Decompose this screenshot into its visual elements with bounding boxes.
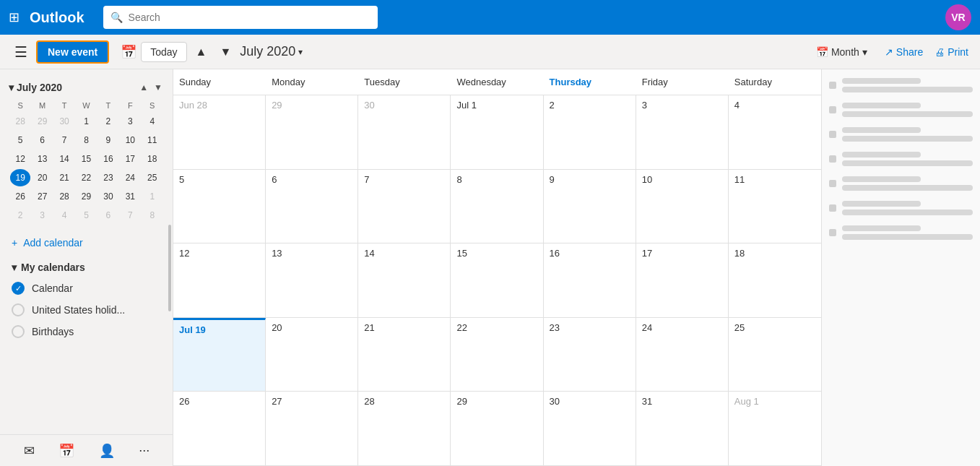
calendar-nav-button[interactable]: 📅 [54,439,79,463]
mini-cal-day[interactable]: 23 [98,169,118,186]
print-button[interactable]: 🖨 Print [935,46,968,58]
cal-cell[interactable]: 22 [451,318,543,392]
cal-cell[interactable]: 26 [173,392,266,465]
mini-cal-day[interactable]: 6 [98,207,118,224]
calendar-checkbox[interactable] [12,282,25,295]
mini-cal-day[interactable]: 21 [54,169,74,186]
mini-cal-day[interactable]: 7 [54,131,74,149]
mini-cal-day[interactable]: 14 [54,150,74,168]
view-button[interactable]: 📅 Month ▾ [810,43,873,61]
mini-cal-day[interactable]: 5 [76,207,96,224]
mini-cal-day[interactable]: 29 [32,113,52,130]
cal-cell[interactable]: 16 [544,243,636,317]
my-calendars-header[interactable]: ▾ My calendars [0,257,173,277]
cal-cell[interactable]: 23 [544,318,636,392]
cal-cell[interactable]: 28 [358,392,451,465]
mini-cal-day[interactable]: 19 [10,169,30,186]
cal-cell[interactable]: 30 [544,392,636,465]
cal-cell[interactable]: 24 [636,318,729,392]
people-nav-button[interactable]: 👤 [95,439,119,463]
avatar[interactable]: VR [945,4,971,30]
new-event-button[interactable]: New event [36,40,109,64]
mini-cal-day[interactable]: 9 [98,131,118,149]
mini-cal-day[interactable]: 1 [76,113,96,130]
mini-cal-day[interactable]: 1 [142,188,162,205]
mini-cal-day[interactable]: 2 [10,207,30,224]
today-button[interactable]: Today [141,42,186,62]
current-month-label[interactable]: July 2020 ▾ [240,44,303,59]
cal-cell[interactable]: 21 [358,318,451,392]
cal-cell[interactable]: Aug 1 [729,392,821,465]
mini-cal-day[interactable]: 13 [32,150,52,168]
add-calendar-button[interactable]: + Add calendar [0,231,173,254]
mini-cal-day[interactable]: 8 [142,207,162,224]
cal-cell[interactable]: 12 [173,243,266,317]
apps-icon[interactable]: ⊞ [9,9,19,25]
cal-cell[interactable]: Jul 19 [173,318,266,392]
mini-cal-day[interactable]: 8 [76,131,96,149]
mini-cal-day[interactable]: 10 [120,131,140,149]
mini-cal-day[interactable]: 16 [98,150,118,168]
cal-cell[interactable]: 20 [266,318,358,392]
mini-cal-day[interactable]: 26 [10,188,30,205]
sidebar-scrollbar[interactable] [168,225,171,311]
mini-cal-day[interactable]: 12 [10,150,30,168]
mail-nav-button[interactable]: ✉ [19,439,39,463]
mini-cal-day[interactable]: 15 [76,150,96,168]
cal-cell[interactable]: 10 [636,170,729,243]
cal-cell[interactable]: 8 [451,170,543,243]
hamburger-button[interactable]: ☰ [12,40,30,64]
mini-cal-day[interactable]: 20 [32,169,52,186]
cal-cell[interactable]: 9 [544,170,636,243]
mini-cal-day[interactable]: 18 [142,150,162,168]
cal-cell[interactable]: 11 [729,170,821,243]
more-nav-button[interactable]: ··· [134,439,154,462]
cal-cell[interactable]: 31 [636,392,729,465]
mini-cal-day[interactable]: 3 [120,113,140,130]
mini-cal-day[interactable]: 25 [142,169,162,186]
mini-cal-day[interactable]: 17 [120,150,140,168]
calendar-checkbox[interactable] [12,303,25,316]
cal-cell[interactable]: 27 [266,392,358,465]
cal-cell[interactable]: 15 [451,243,543,317]
cal-cell[interactable]: 13 [266,243,358,317]
mini-cal-day[interactable]: 28 [10,113,30,130]
search-input[interactable] [129,12,370,23]
mini-cal-day[interactable]: 24 [120,169,140,186]
mini-cal-day[interactable]: 31 [120,188,140,205]
mini-cal-day[interactable]: 4 [142,113,162,130]
next-arrow-button[interactable]: ▼ [215,43,235,61]
mini-cal-day[interactable]: 22 [76,169,96,186]
mini-cal-day[interactable]: 11 [142,131,162,149]
cal-cell[interactable]: 5 [173,170,266,243]
cal-cell[interactable]: 3 [636,95,729,169]
share-button[interactable]: ↗ Share [885,46,923,58]
cal-cell[interactable]: 30 [358,95,451,169]
cal-cell[interactable]: 14 [358,243,451,317]
cal-cell[interactable]: 29 [266,95,358,169]
mini-cal-next-button[interactable]: ▼ [152,81,164,94]
mini-cal-day[interactable]: 4 [54,207,74,224]
mini-cal-day[interactable]: 2 [98,113,118,130]
cal-cell[interactable]: 25 [729,318,821,392]
mini-cal-day[interactable]: 7 [120,207,140,224]
cal-cell[interactable]: 7 [358,170,451,243]
cal-cell[interactable]: 29 [451,392,543,465]
mini-cal-day[interactable]: 29 [76,188,96,205]
prev-arrow-button[interactable]: ▲ [191,43,212,61]
cal-cell[interactable]: 6 [266,170,358,243]
mini-cal-day[interactable]: 28 [54,188,74,205]
mini-cal-day[interactable]: 6 [32,131,52,149]
cal-cell[interactable]: Jul 1 [451,95,543,169]
mini-cal-day[interactable]: 30 [98,188,118,205]
mini-cal-day[interactable]: 3 [32,207,52,224]
calendar-item[interactable]: Birthdays [0,321,173,342]
mini-cal-day[interactable]: 27 [32,188,52,205]
cal-cell[interactable]: Jun 28 [173,95,266,169]
cal-cell[interactable]: 18 [729,243,821,317]
calendar-checkbox[interactable] [12,325,25,338]
cal-cell[interactable]: 2 [544,95,636,169]
calendar-item[interactable]: United States holid... [0,299,173,321]
cal-cell[interactable]: 17 [636,243,729,317]
calendar-item[interactable]: Calendar [0,277,173,299]
